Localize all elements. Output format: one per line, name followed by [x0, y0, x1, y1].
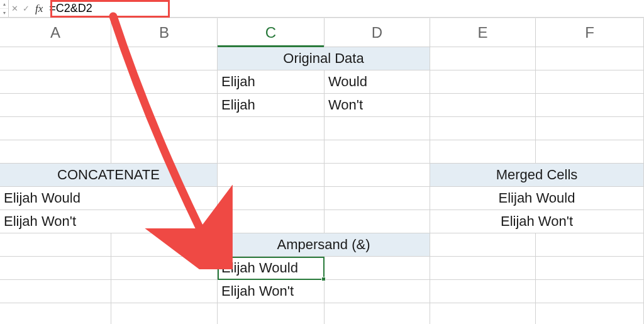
cell-E1[interactable]	[430, 47, 536, 70]
cell-D3[interactable]: Won't	[325, 94, 430, 117]
cell-C4[interactable]	[218, 117, 325, 140]
cell-B1[interactable]	[111, 47, 218, 70]
cell-E4[interactable]	[430, 117, 536, 140]
column-header-F[interactable]: F	[536, 18, 644, 47]
cell-B3[interactable]	[111, 94, 218, 117]
cell-F4[interactable]	[536, 117, 644, 140]
row-stepper[interactable]: ▴ ▾	[0, 0, 9, 17]
cell-E11[interactable]	[430, 280, 536, 303]
cell-C5[interactable]	[218, 140, 325, 164]
cell-F5[interactable]	[536, 140, 644, 164]
formula-bar: ▴ ▾ ✕ ✓ fx	[0, 0, 644, 18]
cell-E2[interactable]	[430, 70, 536, 94]
cell-C12[interactable]	[218, 303, 325, 324]
cell-A3[interactable]	[0, 94, 111, 117]
cell-A10[interactable]	[0, 257, 111, 280]
cell-F11[interactable]	[536, 280, 644, 303]
cell-D7[interactable]	[325, 187, 430, 210]
column-header-D[interactable]: D	[325, 18, 430, 47]
cell-C10[interactable]: Elijah Would	[218, 257, 325, 280]
cell-A2[interactable]	[0, 70, 111, 94]
cell-C3[interactable]: Elijah	[218, 94, 325, 117]
header-original-data[interactable]: Original Data	[218, 47, 430, 70]
cell-B11[interactable]	[111, 280, 218, 303]
column-header-E[interactable]: E	[430, 18, 536, 47]
cancel-icon[interactable]: ✕	[9, 0, 20, 18]
cell-A4[interactable]	[0, 117, 111, 140]
spreadsheet-grid[interactable]: Original Data Elijah Would Elijah Won't …	[0, 47, 644, 324]
column-header-row: A B C D E F	[0, 18, 644, 47]
cell-D4[interactable]	[325, 117, 430, 140]
cell-A12[interactable]	[0, 303, 111, 324]
cell-C6[interactable]	[218, 164, 325, 187]
header-ampersand[interactable]: Ampersand (&)	[218, 233, 430, 257]
cell-D2[interactable]: Would	[325, 70, 430, 94]
cell-E8[interactable]: Elijah Won't	[430, 210, 644, 233]
cell-B5[interactable]	[111, 140, 218, 164]
cell-D12[interactable]	[325, 303, 430, 324]
cell-E3[interactable]	[430, 94, 536, 117]
cell-A11[interactable]	[0, 280, 111, 303]
stepper-down-icon[interactable]: ▾	[0, 9, 8, 17]
header-concatenate[interactable]: CONCATENATE	[0, 164, 218, 187]
cell-B12[interactable]	[111, 303, 218, 324]
cell-A7[interactable]: Elijah Would	[0, 187, 218, 210]
cell-F2[interactable]	[536, 70, 644, 94]
cell-D5[interactable]	[325, 140, 430, 164]
cell-D10[interactable]	[325, 257, 430, 280]
cell-D6[interactable]	[325, 164, 430, 187]
cell-A8[interactable]: Elijah Won't	[0, 210, 218, 233]
column-header-B[interactable]: B	[111, 18, 218, 47]
fx-icon[interactable]: fx	[31, 3, 47, 15]
cell-F9[interactable]	[536, 233, 644, 257]
cell-C2[interactable]: Elijah	[218, 70, 325, 94]
cell-F3[interactable]	[536, 94, 644, 117]
cell-F10[interactable]	[536, 257, 644, 280]
cell-A1[interactable]	[0, 47, 111, 70]
cell-B4[interactable]	[111, 117, 218, 140]
cell-D11[interactable]	[325, 280, 430, 303]
header-merged-cells[interactable]: Merged Cells	[430, 164, 644, 187]
cell-E5[interactable]	[430, 140, 536, 164]
cell-C7[interactable]	[218, 187, 325, 210]
cell-C8[interactable]	[218, 210, 325, 233]
cell-E9[interactable]	[430, 233, 536, 257]
cell-E12[interactable]	[430, 303, 536, 324]
cell-A9[interactable]	[0, 233, 111, 257]
column-header-C[interactable]: C	[218, 18, 325, 47]
confirm-icon[interactable]: ✓	[20, 0, 31, 18]
cell-B10[interactable]	[111, 257, 218, 280]
cell-D8[interactable]	[325, 210, 430, 233]
cell-A5[interactable]	[0, 140, 111, 164]
column-header-A[interactable]: A	[0, 18, 111, 47]
cell-E10[interactable]	[430, 257, 536, 280]
cell-B9[interactable]	[111, 233, 218, 257]
stepper-up-icon[interactable]: ▴	[0, 0, 8, 9]
formula-input[interactable]	[47, 0, 644, 17]
cell-F12[interactable]	[536, 303, 644, 324]
cell-C11[interactable]: Elijah Won't	[218, 280, 325, 303]
cell-E7[interactable]: Elijah Would	[430, 187, 644, 210]
cell-B2[interactable]	[111, 70, 218, 94]
cell-F1[interactable]	[536, 47, 644, 70]
